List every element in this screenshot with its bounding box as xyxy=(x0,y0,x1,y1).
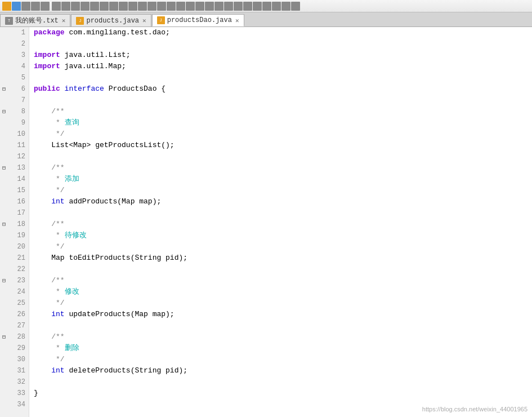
line-number-6: ⊟6 xyxy=(0,83,29,95)
line-number-18: ⊟18 xyxy=(0,219,29,230)
code-line-2 xyxy=(34,38,532,50)
code-line-24: * 修改 xyxy=(34,286,532,298)
line-number-13: ⊟13 xyxy=(0,162,29,174)
code-line-5 xyxy=(34,72,532,83)
fold-icon-6[interactable]: ⊟ xyxy=(2,86,6,92)
code-line-20: */ xyxy=(34,241,532,252)
line-number-12: 12 xyxy=(0,151,29,162)
code-line-7 xyxy=(34,95,532,106)
tab-label-productsdao: productsDao.java xyxy=(167,16,232,24)
code-line-17 xyxy=(34,207,532,219)
line-number-22: 22 xyxy=(0,264,29,275)
line-number-24: 24 xyxy=(0,286,29,298)
fold-icon-23[interactable]: ⊟ xyxy=(2,277,6,284)
line-number-9: 9 xyxy=(0,117,29,128)
fold-icon-8[interactable]: ⊟ xyxy=(2,108,6,115)
tabs-bar: T 我的账号.txt ✕ J products.java ✕ J product… xyxy=(0,12,532,27)
code-line-15: */ xyxy=(34,185,532,196)
line-number-32: 32 xyxy=(0,376,29,388)
code-line-13: /** xyxy=(34,162,532,174)
code-line-19: * 待修改 xyxy=(34,230,532,241)
line-number-31: 31 xyxy=(0,365,29,376)
code-line-23: /** xyxy=(34,275,532,286)
code-line-9: * 查询 xyxy=(34,117,532,128)
tab-products[interactable]: J products.java ✕ xyxy=(71,14,151,26)
line-number-10: 10 xyxy=(0,128,29,140)
code-line-18: /** xyxy=(34,219,532,230)
line-number-25: 25 xyxy=(0,298,29,309)
code-line-10: */ xyxy=(34,128,532,140)
tab-icon-txt: T xyxy=(5,17,13,25)
tab-productsdao[interactable]: J productsDao.java ✕ xyxy=(152,14,244,26)
line-number-8: ⊟8 xyxy=(0,106,29,117)
code-line-6: public interface ProductsDao { xyxy=(34,83,532,95)
fold-icon-18[interactable]: ⊟ xyxy=(2,221,6,228)
line-number-26: 26 xyxy=(0,309,29,320)
line-number-15: 15 xyxy=(0,185,29,196)
line-number-33: 33 xyxy=(0,388,29,399)
code-line-14: * 添加 xyxy=(34,174,532,185)
tab-close-myaccount[interactable]: ✕ xyxy=(62,17,66,24)
code-line-33: } xyxy=(34,388,532,399)
line-number-34: 34 xyxy=(0,399,29,410)
fold-icon-13[interactable]: ⊟ xyxy=(2,165,6,171)
fold-icon-28[interactable]: ⊟ xyxy=(2,334,6,340)
code-line-22 xyxy=(34,264,532,275)
code-line-3: import java.util.List; xyxy=(34,50,532,61)
code-line-1: package com.mingliang.test.dao; xyxy=(34,27,532,38)
tab-myaccount[interactable]: T 我的账号.txt ✕ xyxy=(0,14,70,26)
line-number-7: 7 xyxy=(0,95,29,106)
tab-close-products[interactable]: ✕ xyxy=(142,17,146,24)
line-number-1: 1 xyxy=(0,27,29,38)
code-line-8: /** xyxy=(34,106,532,117)
tab-label-myaccount: 我的账号.txt xyxy=(15,16,59,25)
line-number-14: 14 xyxy=(0,174,29,185)
code-line-11: List<Map> getProductsList(); xyxy=(34,140,532,151)
code-content[interactable]: package com.mingliang.test.dao; import j… xyxy=(29,27,532,417)
tab-icon-productsdao: J xyxy=(157,16,165,24)
line-number-5: 5 xyxy=(0,72,29,83)
tab-label-products: products.java xyxy=(86,17,139,25)
code-line-30: */ xyxy=(34,354,532,365)
line-number-2: 2 xyxy=(0,38,29,50)
code-line-12 xyxy=(34,151,532,162)
code-line-21: Map toEditProducts(String pid); xyxy=(34,252,532,264)
line-number-17: 17 xyxy=(0,207,29,219)
code-line-27 xyxy=(34,320,532,331)
toolbar xyxy=(0,0,532,12)
tab-close-productsdao[interactable]: ✕ xyxy=(235,17,239,24)
code-line-26: int updateProducts(Map map); xyxy=(34,309,532,320)
editor: 12345⊟67⊟89101112⊟1314151617⊟1819202122⊟… xyxy=(0,27,532,417)
line-number-23: ⊟23 xyxy=(0,275,29,286)
code-line-25: */ xyxy=(34,298,532,309)
line-number-21: 21 xyxy=(0,252,29,264)
line-number-20: 20 xyxy=(0,241,29,252)
tab-icon-products: J xyxy=(76,17,84,25)
code-line-28: /** xyxy=(34,331,532,343)
line-number-19: 19 xyxy=(0,230,29,241)
line-number-4: 4 xyxy=(0,61,29,72)
code-line-29: * 删除 xyxy=(34,343,532,354)
line-numbers: 12345⊟67⊟89101112⊟1314151617⊟1819202122⊟… xyxy=(0,27,29,417)
line-number-30: 30 xyxy=(0,354,29,365)
code-line-16: int addProducts(Map map); xyxy=(34,196,532,207)
code-line-31: int deleteProducts(String pid); xyxy=(34,365,532,376)
line-number-27: 27 xyxy=(0,320,29,331)
line-number-28: ⊟28 xyxy=(0,331,29,343)
line-number-11: 11 xyxy=(0,140,29,151)
code-line-32 xyxy=(34,376,532,388)
line-number-3: 3 xyxy=(0,50,29,61)
line-number-16: 16 xyxy=(0,196,29,207)
line-number-29: 29 xyxy=(0,343,29,354)
watermark: https://blog.csdn.net/weixin_44001965 xyxy=(422,406,527,412)
code-line-4: import java.util.Map; xyxy=(34,61,532,72)
